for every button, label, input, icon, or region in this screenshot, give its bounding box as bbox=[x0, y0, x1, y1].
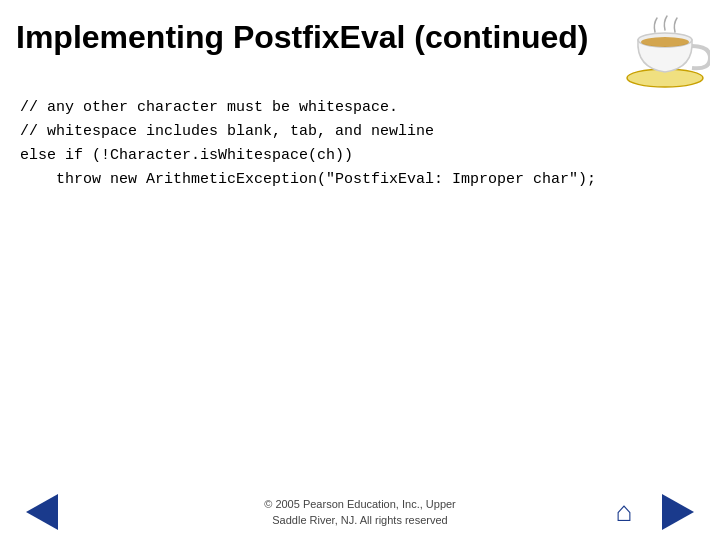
next-arrow-icon bbox=[662, 494, 694, 530]
teacup-decoration bbox=[620, 10, 710, 90]
svg-point-2 bbox=[641, 37, 689, 47]
footer-line1: © 2005 Pearson Education, Inc., Upper bbox=[264, 498, 456, 510]
footer-line2: Saddle River, NJ. All rights reserved bbox=[272, 514, 447, 526]
slide-title: Implementing PostfixEval (continued) bbox=[0, 0, 720, 66]
prev-arrow-icon bbox=[26, 494, 58, 530]
slide: Implementing PostfixEval (continued) // … bbox=[0, 0, 720, 540]
home-icon: ⌂ bbox=[616, 496, 633, 528]
code-block: // any other character must be whitespac… bbox=[20, 96, 700, 192]
home-button[interactable]: ⌂ bbox=[602, 494, 646, 530]
prev-button[interactable] bbox=[20, 494, 64, 530]
next-button[interactable] bbox=[656, 494, 700, 530]
